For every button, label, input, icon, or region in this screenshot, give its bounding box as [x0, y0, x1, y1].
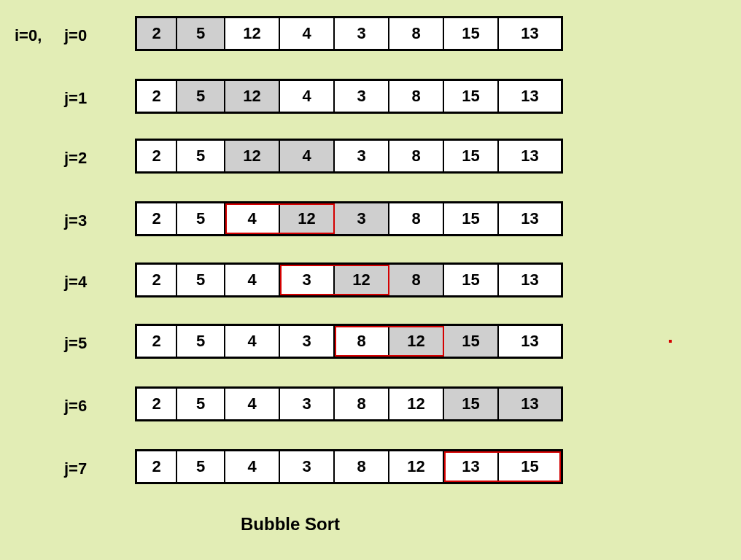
array-cell: 4: [225, 326, 280, 357]
inner-index-label: j=4: [64, 273, 87, 292]
array-cell: 13: [499, 18, 561, 49]
array-cell: 3: [280, 451, 335, 482]
array-row: 25438121315: [135, 449, 563, 484]
array-row: 25431281513: [135, 262, 563, 298]
inner-index-label: j=6: [64, 397, 87, 416]
array-cell: 4: [225, 265, 280, 295]
array-cell: 5: [177, 81, 225, 112]
array-cell: 8: [389, 18, 444, 49]
diagram-title: Bubble Sort: [241, 514, 340, 534]
array-cell: 3: [335, 141, 389, 171]
array-cell: 15: [444, 81, 499, 112]
array-cell: 3: [335, 203, 389, 234]
array-row: 25124381513: [135, 16, 563, 51]
inner-index-label: j=1: [64, 89, 87, 108]
array-cell: 5: [177, 451, 225, 482]
array-cell: 2: [137, 389, 177, 419]
array-cell: 2: [137, 326, 177, 357]
array-cell: 12: [389, 326, 444, 357]
inner-index-label: j=3: [64, 211, 87, 230]
array-cell: 13: [499, 326, 561, 357]
array-cell: 13: [499, 81, 561, 112]
array-cell: 3: [335, 18, 389, 49]
array-row: 25124381513: [135, 139, 563, 174]
array-cell: 5: [177, 326, 225, 357]
array-cell: 15: [444, 265, 499, 295]
array-cell: 2: [137, 81, 177, 112]
array-cell: 5: [177, 141, 225, 171]
array-cell: 8: [335, 389, 389, 419]
array-cell: 8: [335, 451, 389, 482]
array-cell: 2: [137, 203, 177, 234]
array-cell: 2: [137, 141, 177, 171]
array-cell: 3: [335, 81, 389, 112]
array-cell: 8: [389, 265, 444, 295]
array-cell: 15: [444, 18, 499, 49]
array-cell: 13: [499, 389, 561, 419]
array-cell: 13: [499, 203, 561, 234]
array-cell: 5: [177, 389, 225, 419]
array-cell: 4: [280, 18, 335, 49]
array-cell: 12: [335, 265, 389, 295]
array-cell: 5: [177, 18, 225, 49]
array-cell: 2: [137, 451, 177, 482]
array-cell: 15: [444, 141, 499, 171]
inner-index-label: j=0: [64, 26, 87, 45]
inner-index-label: j=2: [64, 149, 87, 168]
array-cell: 5: [177, 265, 225, 295]
array-row: 25438121513: [135, 324, 563, 359]
array-cell: 12: [225, 141, 280, 171]
array-cell: 8: [389, 81, 444, 112]
array-cell: 8: [335, 326, 389, 357]
array-cell: 8: [389, 203, 444, 234]
array-cell: 15: [444, 389, 499, 419]
array-cell: 4: [225, 203, 280, 234]
array-row: 25412381513: [135, 201, 563, 236]
array-cell: 12: [225, 18, 280, 49]
array-cell: 15: [444, 326, 499, 357]
array-cell: 3: [280, 389, 335, 419]
array-cell: 15: [499, 451, 561, 482]
array-cell: 13: [499, 141, 561, 171]
array-cell: 15: [444, 203, 499, 234]
array-cell: 2: [137, 18, 177, 49]
array-row: 25124381513: [135, 79, 563, 114]
array-cell: 4: [280, 81, 335, 112]
stray-marker: [669, 340, 672, 343]
outer-index-label: i=0,: [15, 26, 42, 45]
inner-index-label: j=5: [64, 334, 87, 353]
array-row: 25438121513: [135, 386, 563, 421]
array-cell: 4: [225, 451, 280, 482]
array-cell: 12: [389, 389, 444, 419]
array-cell: 3: [280, 265, 335, 295]
array-cell: 8: [389, 141, 444, 171]
array-cell: 13: [499, 265, 561, 295]
inner-index-label: j=7: [64, 459, 87, 478]
array-cell: 2: [137, 265, 177, 295]
array-cell: 13: [444, 451, 499, 482]
array-cell: 4: [225, 389, 280, 419]
array-cell: 5: [177, 203, 225, 234]
array-cell: 4: [280, 141, 335, 171]
array-cell: 12: [225, 81, 280, 112]
array-cell: 3: [280, 326, 335, 357]
array-cell: 12: [280, 203, 335, 234]
array-cell: 12: [389, 451, 444, 482]
